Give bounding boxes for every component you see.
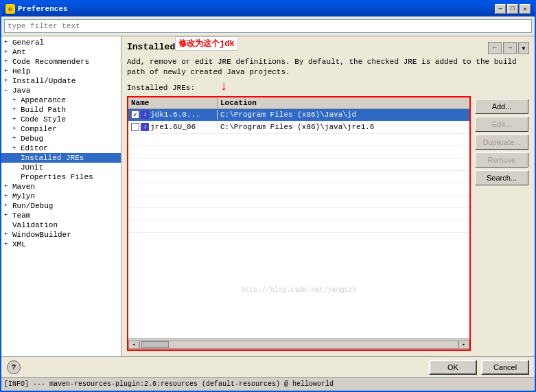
expand-icon: + [4, 49, 11, 56]
jre-icon: J [141, 111, 149, 119]
sidebar-label: Installed JREs [21, 154, 84, 162]
window-title: Preferences [18, 5, 68, 13]
expand-icon: + [4, 231, 11, 238]
sidebar-label: General [12, 38, 44, 47]
sidebar-label: Ant [12, 48, 26, 56]
expand-icon: − [4, 87, 11, 94]
help-button[interactable]: ? [7, 360, 21, 374]
title-bar: ⚙ Preferences — □ ✕ [1, 1, 535, 16]
minimize-button[interactable]: — [495, 4, 506, 14]
sidebar-item-xml[interactable]: + XML [1, 240, 121, 249]
sidebar-item-general[interactable]: + General [1, 38, 121, 47]
sidebar-item-editor[interactable]: + Editor [1, 143, 121, 153]
ok-button[interactable]: OK [429, 360, 477, 375]
bottom-buttons: OK Cancel [429, 360, 529, 375]
sidebar-label: Team [12, 211, 30, 220]
nav-back-button[interactable]: ← [488, 42, 502, 54]
expand-icon: + [12, 135, 19, 142]
scroll-left-button[interactable]: ◂ [128, 341, 139, 349]
expand-icon: + [4, 212, 11, 219]
sidebar-item-ant[interactable]: + Ant [1, 47, 121, 57]
remove-button[interactable]: Remove [475, 152, 528, 168]
description-text: Add, remove or edit JRE definitions. By … [127, 57, 529, 78]
sidebar-item-code-recommenders[interactable]: + Code Recommenders [1, 57, 121, 67]
expand-icon: + [4, 39, 11, 46]
table-scrollbar: ◂ ▸ [128, 338, 469, 349]
sidebar-label: Java [12, 87, 30, 95]
table-row[interactable]: ✓ J jdk1.6.0... C:\Program Files (x86)\J… [128, 109, 469, 122]
edit-button[interactable]: Edit... [475, 117, 528, 132]
duplicate-button[interactable]: Duplicate... [475, 135, 528, 150]
status-text: [INFO] --- maven-resources-plugin:2.6:re… [4, 380, 334, 388]
sidebar-label: Properties Files [21, 173, 93, 181]
sidebar-item-help[interactable]: + Help [1, 67, 121, 76]
table-row[interactable]: J jre1.6U_06 C:\Program Files (x86)\java… [128, 122, 469, 134]
row-checkbox[interactable] [131, 123, 139, 131]
sidebar-item-validation[interactable]: Validation [1, 220, 121, 230]
sidebar-item-junit[interactable]: JUnit [1, 163, 121, 172]
sidebar-item-maven[interactable]: + Maven [1, 182, 121, 192]
expand-icon: + [12, 116, 19, 123]
sidebar-item-windowbuilder[interactable]: + WindowBuilder [1, 230, 121, 240]
sidebar-label: Code Style [21, 115, 66, 124]
expand-icon: + [12, 97, 19, 104]
filter-bar [1, 16, 535, 36]
sidebar-label: Compiler [21, 125, 57, 133]
scroll-thumb[interactable] [141, 341, 169, 348]
jre-table: Name Location ✓ J jdk1.6.0... [127, 96, 471, 351]
nav-arrows: ← → ▼ [488, 42, 529, 54]
table-section: Name Location ✓ J jdk1.6.0... [127, 96, 471, 351]
scroll-track[interactable] [139, 341, 458, 349]
table-row-empty [128, 134, 469, 146]
cancel-button[interactable]: Cancel [481, 360, 529, 375]
sidebar-item-appearance[interactable]: + Appearance [1, 95, 121, 105]
sidebar-item-install-update[interactable]: + Install/Update [1, 76, 121, 86]
red-arrow-icon: ↓ [220, 78, 228, 94]
column-location: Location [218, 97, 469, 108]
expand-icon: + [4, 183, 11, 190]
column-name: Name [128, 97, 218, 108]
expand-icon: + [12, 126, 19, 132]
sidebar-label: Install/Update [12, 77, 75, 85]
table-row-empty [128, 220, 469, 233]
nav-forward-button[interactable]: → [503, 42, 517, 54]
maximize-button[interactable]: □ [507, 4, 518, 14]
table-row-empty [128, 159, 469, 171]
scroll-right-button[interactable]: ▸ [458, 341, 469, 349]
sidebar-item-build-path[interactable]: + Build Path [1, 105, 121, 115]
row-checkbox[interactable]: ✓ [131, 111, 139, 119]
expand-icon: + [4, 58, 11, 65]
search-button[interactable]: Search... [475, 170, 528, 185]
row-location-cell: C:\Program Files (x86)\Java\jd [218, 110, 469, 119]
sidebar-item-code-style[interactable]: + Code Style [1, 115, 121, 124]
sidebar-item-mylyn[interactable]: + Mylyn [1, 192, 121, 201]
sidebar-item-installed-jres[interactable]: Installed JREs [1, 153, 121, 163]
sidebar-item-compiler[interactable]: + Compiler [1, 124, 121, 134]
nav-dropdown-button[interactable]: ▼ [518, 42, 529, 54]
sidebar-label: Validation [12, 221, 58, 229]
expand-icon: + [12, 106, 19, 113]
sidebar-label: Run/Debug [12, 202, 53, 210]
sidebar-label: JUnit [21, 163, 43, 172]
sidebar: + General + Ant + Code Recommenders + He… [1, 36, 121, 356]
preferences-window: ⚙ Preferences — □ ✕ + General + Ant + [0, 0, 536, 392]
sidebar-item-debug[interactable]: + Debug [1, 134, 121, 143]
row-name-cell: J jre1.6U_06 [128, 122, 218, 132]
sidebar-label: Build Path [21, 106, 66, 114]
expand-icon: + [4, 241, 11, 248]
expand-icon: + [4, 193, 11, 200]
close-button[interactable]: ✕ [520, 4, 531, 14]
sidebar-item-java[interactable]: − Java [1, 86, 121, 95]
sidebar-label: Help [12, 67, 30, 76]
content-area: Installed JREs 修改为这个jdk ← → ▼ Add, remov… [121, 36, 535, 356]
table-header: Name Location [128, 97, 469, 109]
add-button[interactable]: Add... [475, 99, 528, 114]
sidebar-item-run-debug[interactable]: + Run/Debug [1, 201, 121, 211]
sidebar-label: Mylyn [12, 192, 35, 200]
filter-input[interactable] [4, 19, 532, 33]
annotation-text: 修改为这个jdk [175, 36, 238, 51]
sidebar-item-team[interactable]: + Team [1, 211, 121, 220]
sidebar-label: Editor [21, 144, 48, 152]
sidebar-item-properties-files[interactable]: Properties Files [1, 172, 121, 182]
jdk-name: jdk1.6.0... [150, 111, 200, 119]
